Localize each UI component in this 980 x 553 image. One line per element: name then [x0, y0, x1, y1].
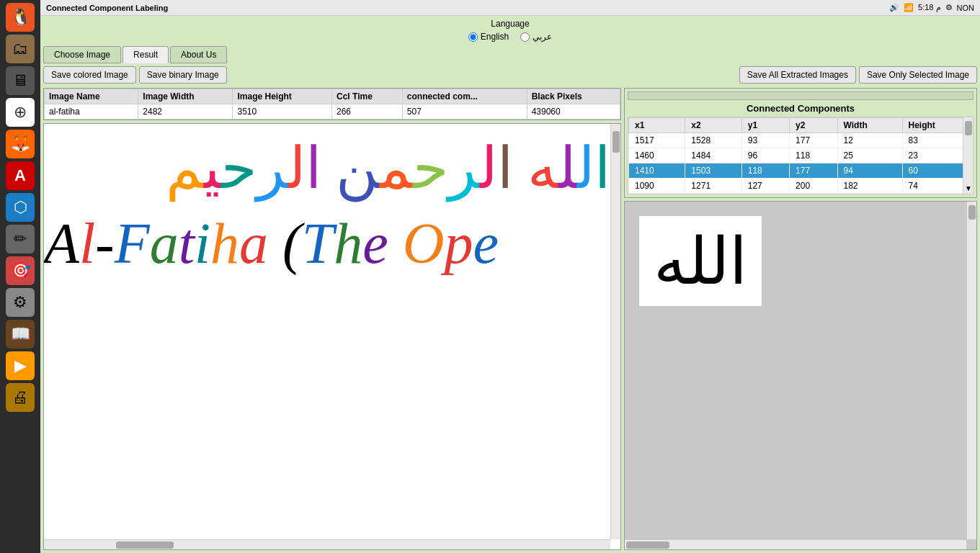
arabic-space2 [321, 137, 336, 200]
save-selected-button[interactable]: Save Only Selected Image [859, 66, 977, 84]
preview-vscroll[interactable] [966, 202, 976, 539]
cell-ccl: 266 [332, 104, 403, 120]
en-char-12: h [334, 212, 362, 275]
table-row[interactable]: al-fatiha 2482 3510 266 507 439060 [45, 104, 620, 120]
vscroll-thumb[interactable] [612, 131, 620, 153]
arabic-radio[interactable] [520, 32, 530, 42]
settings-icon[interactable]: ⚙ [945, 3, 953, 12]
window-title: Connected Component Labeling [46, 4, 889, 12]
preview-image-container[interactable]: الله [624, 201, 977, 550]
en-char-7: i [195, 212, 210, 275]
language-bar: Language English عربي [43, 19, 977, 42]
arabic-char-6: ل [480, 137, 497, 200]
english-option[interactable]: English [468, 32, 509, 42]
arabic-char-14: ح [221, 137, 257, 200]
stamp-icon[interactable]: 🖨 [6, 383, 35, 412]
preview-arabic-box: الله [639, 216, 762, 306]
cc-col-y2: y2 [790, 118, 837, 133]
cc-col-height: Height [902, 118, 972, 133]
en-char-13: e [362, 212, 388, 275]
preview-hscroll[interactable] [625, 539, 966, 549]
right-panel: Connected Components x1 x2 y1 y2 Width [624, 88, 977, 550]
english-label: English [481, 32, 509, 42]
cell-height: 3510 [233, 104, 332, 120]
en-char-1: A [44, 212, 79, 275]
preview-inner: الله [625, 202, 966, 539]
arabic-option[interactable]: عربي [520, 32, 552, 42]
image-display[interactable]: الله الرحمن الرحيم Al-Fatiha (The Ope [43, 123, 621, 550]
cc-col-x1: x1 [629, 118, 685, 133]
monitor-icon[interactable]: 🖥 [6, 66, 35, 95]
pencil-icon[interactable]: ✏ [6, 225, 35, 253]
cc-col-y1: y1 [741, 118, 789, 133]
top-bar-controls: 🔊 📶 5:18 م ⚙ NON [889, 3, 974, 12]
en-char-15: O [403, 212, 445, 275]
arabic-char-16: م [166, 137, 204, 200]
gear-icon[interactable]: ⚙ [6, 288, 35, 317]
col-ccl-time: Ccl Time [332, 89, 403, 104]
english-radio[interactable] [468, 32, 478, 42]
en-char-11: T [302, 212, 334, 275]
arabic-char-11: ا [306, 137, 321, 200]
clock: 5:18 م [918, 3, 940, 12]
cc-title: Connected Components [628, 103, 974, 114]
cc-vscroll[interactable]: ▼ [963, 117, 973, 194]
firefox-icon[interactable]: 🦊 [6, 130, 35, 158]
arabic-char-15: ي [204, 137, 221, 200]
col-image-height: Image Height [233, 89, 332, 104]
save-binary-button[interactable]: Save binary Image [139, 66, 227, 84]
arabic-char-9: م [380, 137, 413, 200]
taskbar: 🐧 🗂 🖥 ⊕ 🦊 A ⬡ ✏ 🎯 ⚙ 📖 ▶ 🖨 [0, 0, 40, 553]
en-char-14 [388, 212, 403, 275]
vlc-icon[interactable]: ▶ [6, 351, 35, 380]
book-icon[interactable]: 📖 [6, 320, 35, 349]
top-bar: Connected Component Labeling 🔊 📶 5:18 م … [40, 0, 980, 16]
preview-arabic-text: الله [654, 223, 747, 299]
arabic-char-4: ه [527, 137, 558, 200]
files-icon[interactable]: 🗂 [6, 35, 35, 63]
cc-table: x1 x2 y1 y2 Width Height 151 [628, 117, 973, 194]
en-char-2: l [79, 212, 95, 275]
en-char-6: t [179, 212, 195, 275]
col-image-width: Image Width [138, 89, 233, 104]
arabic-label: عربي [533, 32, 552, 42]
cc-row[interactable]: 1090 1271 127 200 182 74 [629, 179, 973, 194]
target-icon[interactable]: 🎯 [6, 256, 35, 285]
preview-vscroll-thumb[interactable] [968, 205, 976, 220]
cc-table-container: Connected Components x1 x2 y1 y2 Width [624, 88, 977, 198]
arabic-char-7: ر [448, 137, 480, 200]
network-icon: 📶 [904, 3, 914, 12]
cc-vscroll-thumb[interactable] [965, 121, 972, 135]
hscroll-bar[interactable] [44, 539, 610, 549]
en-char-9: a [239, 212, 268, 275]
hscroll-thumb[interactable] [116, 541, 174, 549]
tab-about-us[interactable]: About Us [170, 46, 227, 63]
arabic-char-10: ن [336, 137, 380, 200]
chrome-icon[interactable]: ⊕ [6, 98, 35, 127]
tab-choose-image[interactable]: Choose Image [43, 46, 121, 63]
blue-app-icon[interactable]: ⬡ [6, 193, 35, 222]
cell-name: al-fatiha [45, 104, 138, 120]
preview-hscroll-thumb[interactable] [626, 541, 669, 549]
tab-bar: Choose Image Result About Us [43, 46, 977, 63]
arabic-char-13: ر [257, 137, 288, 200]
data-table-container: Image Name Image Width Image Height Ccl … [43, 88, 621, 120]
cell-width: 2482 [138, 104, 233, 120]
progress-bar [628, 91, 974, 100]
arabic-char-2: ل [577, 137, 594, 200]
cc-scroll-down[interactable]: ▼ [963, 184, 974, 194]
cc-col-width: Width [837, 118, 902, 133]
save-colored-button[interactable]: Save colored Image [43, 66, 136, 84]
cc-row[interactable]: 1460 1484 96 118 25 23 [629, 148, 973, 163]
arabic-char-5: ا [497, 137, 513, 200]
en-char-8: h [210, 212, 239, 275]
col-black-pixels: Black Pixels [527, 89, 620, 104]
aptstore-icon[interactable]: A [6, 161, 35, 190]
content-area: Image Name Image Width Image Height Ccl … [43, 88, 977, 550]
vscroll-bar[interactable] [610, 124, 620, 539]
ubuntu-icon[interactable]: 🐧 [6, 3, 35, 32]
cc-row[interactable]: 1517 1528 93 177 12 83 [629, 133, 973, 148]
save-extracted-button[interactable]: Save All Extracted Images [739, 66, 856, 84]
cc-row-selected[interactable]: 1410 1503 118 177 94 60 [629, 163, 973, 179]
tab-result[interactable]: Result [122, 46, 169, 63]
